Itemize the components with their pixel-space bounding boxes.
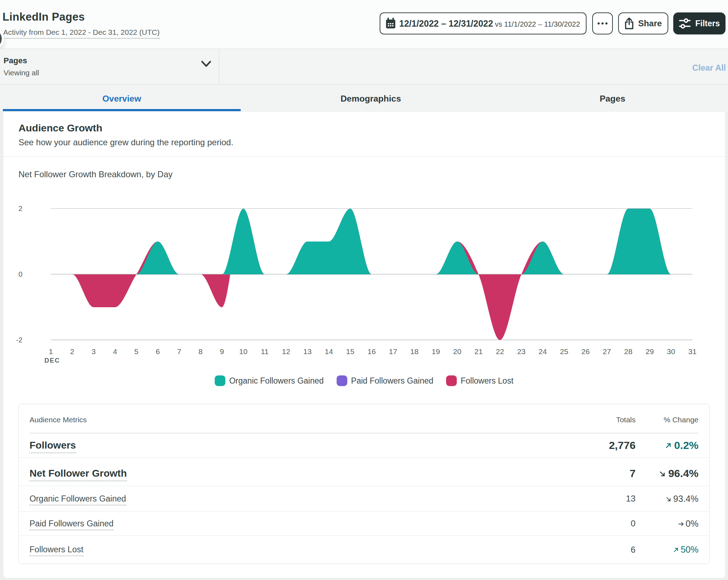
svg-text:17: 17: [389, 347, 397, 356]
svg-text:23: 23: [517, 347, 525, 356]
svg-text:1: 1: [49, 347, 53, 356]
svg-text:12: 12: [282, 347, 290, 356]
svg-text:30: 30: [667, 347, 675, 356]
svg-text:13: 13: [303, 347, 311, 356]
svg-text:22: 22: [496, 347, 504, 356]
svg-text:10: 10: [239, 347, 247, 356]
svg-text:28: 28: [624, 347, 632, 356]
svg-text:26: 26: [582, 347, 590, 356]
svg-text:31: 31: [688, 347, 696, 356]
svg-text:25: 25: [560, 347, 568, 356]
svg-text:0: 0: [18, 270, 22, 278]
svg-text:DEC: DEC: [44, 357, 60, 364]
svg-text:8: 8: [198, 347, 203, 356]
svg-text:27: 27: [603, 347, 611, 356]
svg-text:9: 9: [220, 347, 224, 356]
svg-text:2: 2: [18, 205, 22, 212]
svg-text:15: 15: [346, 347, 354, 356]
svg-text:18: 18: [410, 347, 418, 356]
svg-text:21: 21: [475, 347, 483, 356]
svg-text:4: 4: [113, 347, 117, 356]
svg-text:3: 3: [91, 347, 96, 356]
svg-text:5: 5: [134, 347, 139, 356]
svg-text:6: 6: [156, 347, 160, 356]
svg-text:2: 2: [70, 347, 74, 356]
svg-text:24: 24: [539, 347, 547, 356]
svg-text:20: 20: [453, 347, 461, 356]
svg-text:19: 19: [432, 347, 440, 356]
svg-text:11: 11: [261, 347, 269, 356]
svg-text:7: 7: [177, 347, 181, 356]
svg-text:29: 29: [646, 347, 654, 356]
svg-text:14: 14: [325, 347, 333, 356]
svg-text:-2: -2: [16, 336, 22, 344]
svg-text:16: 16: [368, 347, 376, 356]
